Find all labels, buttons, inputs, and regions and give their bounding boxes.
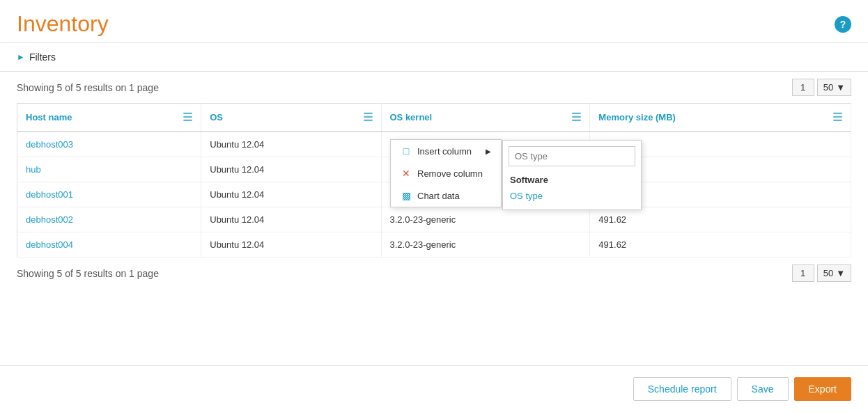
- schedule-report-button[interactable]: Schedule report: [633, 377, 731, 401]
- oskernel-cell-3: 3.2.0-23-generic: [381, 207, 590, 232]
- remove-column-icon: ✕: [401, 168, 412, 179]
- export-button[interactable]: Export: [794, 377, 851, 401]
- page-number-top[interactable]: 1: [792, 79, 814, 96]
- submenu-search-input[interactable]: [509, 146, 635, 166]
- hostname-link-4[interactable]: debhost004: [26, 239, 73, 250]
- col-menu-icon-hostname[interactable]: ☰: [183, 111, 192, 124]
- col-menu-icon-oskernel[interactable]: ☰: [571, 111, 581, 124]
- os-cell-0: Ubuntu 12.04: [201, 132, 381, 157]
- remove-column-label: Remove column: [417, 168, 483, 179]
- table-row: debhost004 Ubuntu 12.04 3.2.0-23-generic…: [17, 232, 851, 258]
- hostname-link-3[interactable]: debhost002: [26, 214, 73, 225]
- oskernel-cell-4: 3.2.0-23-generic: [381, 232, 590, 258]
- table-row: debhost002 Ubuntu 12.04 3.2.0-23-generic…: [17, 207, 851, 232]
- footer-actions: Schedule report Save Export: [0, 365, 868, 412]
- os-cell-4: Ubuntu 12.04: [201, 232, 381, 258]
- page-header: Inventory ?: [0, 0, 868, 43]
- col-header-hostname: Host name ☰: [17, 104, 201, 132]
- submenu-chevron-icon: ▶: [486, 148, 491, 155]
- save-button[interactable]: Save: [737, 377, 789, 401]
- chart-data-icon: ▩: [401, 190, 412, 201]
- showing-text-top: Showing 5 of 5 results on 1 page: [17, 82, 159, 93]
- pagination-top: 1 50 ▼: [792, 79, 851, 96]
- chart-data-label: Chart data: [417, 191, 460, 201]
- col-header-oskernel: OS kernel ☰: [381, 104, 590, 132]
- insert-column-label: Insert column: [417, 146, 472, 157]
- per-page-bottom-chevron-icon: ▼: [836, 268, 845, 278]
- col-menu-icon-memsize[interactable]: ☰: [832, 111, 842, 124]
- per-page-chevron-icon: ▼: [836, 82, 845, 93]
- hostname-link-0[interactable]: debhost003: [26, 139, 73, 150]
- hostname-link-1[interactable]: hub: [26, 164, 41, 175]
- filters-chevron-icon: ►: [17, 52, 25, 62]
- submenu-os-type[interactable]: OS type: [509, 188, 635, 204]
- col-label-oskernel: OS kernel: [390, 112, 433, 122]
- col-menu-icon-os[interactable]: ☰: [363, 111, 373, 124]
- per-page-top[interactable]: 50 ▼: [817, 79, 851, 96]
- page-number-bottom[interactable]: 1: [792, 264, 814, 282]
- filters-label: Filters: [29, 52, 56, 63]
- memsize-cell-3: 491.62: [590, 207, 851, 232]
- table-header-row: Host name ☰ OS ☰ OS kernel ☰: [17, 104, 851, 132]
- per-page-bottom[interactable]: 50 ▼: [817, 264, 851, 282]
- insert-column-submenu: Software OS type: [502, 140, 642, 210]
- col-label-hostname: Host name: [26, 112, 72, 122]
- col-header-os: OS ☰: [201, 104, 381, 132]
- os-cell-2: Ubuntu 12.04: [201, 182, 381, 207]
- page-title: Inventory: [17, 11, 109, 37]
- os-cell-1: Ubuntu 12.04: [201, 157, 381, 182]
- insert-column-icon: □: [401, 145, 412, 157]
- pagination-bottom: 1 50 ▼: [792, 264, 851, 282]
- context-menu-remove[interactable]: ✕ Remove column: [391, 162, 501, 184]
- showing-text-bottom: Showing 5 of 5 results on 1 page: [17, 268, 159, 279]
- memsize-cell-4: 491.62: [590, 232, 851, 258]
- table-controls-bottom: Showing 5 of 5 results on 1 page 1 50 ▼: [0, 258, 868, 289]
- filters-toggle[interactable]: ► Filters: [17, 52, 851, 63]
- os-cell-3: Ubuntu 12.04: [201, 207, 381, 232]
- col-label-memsize: Memory size (MB): [598, 112, 676, 122]
- context-menu-chart[interactable]: ▩ Chart data: [391, 184, 501, 207]
- col-label-os: OS: [210, 112, 223, 122]
- col-header-memsize: Memory size (MB) ☰: [590, 104, 851, 132]
- table-container: Host name ☰ OS ☰ OS kernel ☰: [0, 103, 868, 258]
- context-menu-insert[interactable]: □ Insert column ▶ Software OS type: [391, 140, 501, 162]
- filters-section: ► Filters: [0, 43, 868, 72]
- context-menu: □ Insert column ▶ Software OS type ✕ Rem…: [390, 139, 502, 207]
- table-controls-top: Showing 5 of 5 results on 1 page 1 50 ▼: [0, 72, 868, 103]
- help-icon[interactable]: ?: [835, 16, 851, 33]
- submenu-category: Software: [509, 172, 635, 188]
- hostname-link-2[interactable]: debhost001: [26, 189, 73, 200]
